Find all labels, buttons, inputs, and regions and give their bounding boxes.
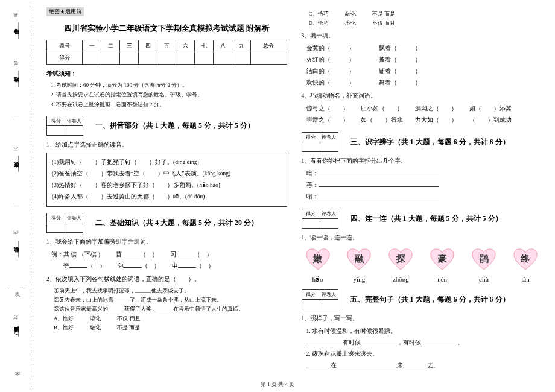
split-row: 蓓：	[306, 180, 542, 191]
heart-icon: 融	[346, 248, 372, 271]
secret-tag: 绝密★启用前	[46, 7, 84, 16]
side-field-name: 姓名______ 答	[13, 69, 21, 87]
q-base3-lead: 3、填一填。	[302, 30, 542, 41]
q-base2-lead: 2、依次填入下列各句横线处的词语，正确的是（ ）。	[46, 274, 287, 285]
q-base1-lead: 1、我会给下面的字加偏旁组字并组词。	[46, 236, 287, 247]
heart-row: 嫩 融 探 豪 鹃 终	[305, 248, 539, 271]
part5-header: 得分评卷人 五、完整句子（共 1 大题，每题 6 分，共计 6 分）	[302, 289, 542, 309]
fill-row: 金黄的（ ） 飘着（ ）	[306, 43, 542, 54]
score-mini: 得分评卷人	[302, 289, 338, 309]
option-a: A、恰好 溶化 不仅 而且	[54, 314, 287, 323]
heart-icon: 探	[388, 248, 413, 271]
heart-icon: 嫩	[305, 248, 331, 271]
side-field-school: 学校______ 内	[13, 239, 21, 257]
part2-header: 得分评卷人 二、基础知识（共 4 大题，每题 5 分，共计 20 分）	[46, 213, 287, 233]
part1-title: 一、拼音部分（共 1 大题，每题 5 分，共计 5 分）	[95, 121, 255, 131]
left-column: 绝密★启用前 四川省实验小学二年级语文下学期全真模拟考试试题 附解析 题号一二三…	[39, 7, 294, 385]
page-footer: 第 1 页 共 4 页	[0, 381, 555, 388]
fill-row: 旁（ ） 包（ ） 申（ ）	[51, 261, 287, 272]
pinyin-box: (1)我用钉（ ）子把凳子钉（ ）好了。(dīng dìng) (2)爸爸抽空（…	[46, 153, 287, 207]
score-table: 题号一二三四五六七八九总分 得分	[46, 40, 287, 65]
sentence: ①前天上午，我去找李明打篮球，______他去亲戚去了。	[54, 286, 287, 296]
fill-row: 洁白的（ ） 铺着（ ）	[306, 66, 542, 77]
part4-title: 四、连一连（共 1 大题，每题 5 分，共计 5 分）	[350, 213, 503, 224]
sentence-blank: 有时候，有时候。	[306, 337, 542, 349]
pinyin-row: (4)许多人都（ ）去过黄山的天都（ ）峰。(dū dōu)	[52, 191, 282, 203]
part1-header: 得分评卷人 一、拼音部分（共 1 大题，每题 5 分，共计 5 分）	[46, 116, 287, 136]
dash-line: ┊	[14, 118, 19, 124]
q5-lead: 1、照样子，写一写。	[302, 313, 542, 324]
fill-row: 欢快的（ ） 舞着（ ）	[306, 77, 542, 89]
part3-header: 得分评卷人 三、识字辨字（共 1 大题，每题 6 分，共计 6 分）	[302, 132, 542, 152]
dash-line: ┊线┊	[8, 288, 25, 294]
notice-list: 考试时间：60 分钟，满分为 100 分（含卷面分 2 分）。 请首先按要求在试…	[56, 80, 287, 110]
exam-title: 四川省实验小学二年级语文下学期全真模拟考试试题 附解析	[46, 24, 287, 34]
split-row: 暗：	[306, 168, 542, 180]
score-mini: 得分评卷人	[46, 116, 83, 136]
notice-item: 请首先按要求在试卷的指定位置填写您的姓名、班级、学号。	[56, 90, 287, 100]
side-field-id: 学号______ 题	[13, 21, 21, 39]
sentence: ③这位音乐家最高兴的______获得了大奖，______在音乐中领悟了人生的真谛…	[54, 305, 287, 314]
pinyin-row: hǎoyīngzhōngnènchùtàn	[305, 276, 539, 283]
score-mini: 得分评卷人	[302, 132, 338, 152]
heart-icon: 豪	[430, 248, 455, 271]
pinyin-row: (3)热情好（ ）客的老乡摘下了好（ ）多葡萄。(hǎo hào)	[52, 180, 282, 191]
score-mini: 得分评卷人	[302, 209, 338, 229]
notice-item: 不要在试卷上乱涂乱画，卷面不整洁扣 2 分。	[56, 100, 287, 109]
pinyin-row: (1)我用钉（ ）子把凳子钉（ ）好了。(dīng dìng)	[52, 157, 282, 168]
sentence: ②又去春来，山上的冰雪______了，汇成一条条小溪，从山上流下来。	[54, 296, 287, 305]
side-field-class: 班级______ 不	[13, 154, 21, 172]
part4-header: 得分评卷人 四、连一连（共 1 大题，每题 5 分，共计 5 分）	[302, 209, 542, 229]
option-c: C、恰巧 融化 不是 而是	[309, 10, 542, 19]
binding-sidebar: 学号______ 题 姓名______ 答 ┊ 班级______ 不 ┊ 学校_…	[0, 0, 33, 392]
right-column: C、恰巧 融化 不是 而是 D、恰巧 溶化 不仅 而且 3、填一填。 金黄的（ …	[294, 7, 550, 385]
q1-lead: 1、给加点字选择正确的读音。	[46, 139, 287, 150]
sentence-model: 1. 水有时候温和，有时候很暴躁。	[306, 326, 542, 337]
q-base4-lead: 4、巧填动物名，补充词语。	[302, 90, 542, 101]
heart-icon: 终	[513, 248, 538, 271]
example-row: 例：其 棋 （下棋 ） 苜（ ） 冈（ ）	[51, 249, 287, 261]
q4-lead: 1、读一读，连一连。	[302, 232, 542, 243]
heart-icon: 鹃	[471, 248, 496, 271]
part2-title: 二、基础知识（共 4 大题，每题 5 分，共计 20 分）	[95, 218, 258, 228]
dash-line: ┊	[14, 203, 19, 209]
option-d: D、恰巧 溶化 不仅 而且	[309, 19, 542, 28]
fill-row: 火红的（ ） 披着（ ）	[306, 54, 542, 66]
part3-title: 三、识字辨字（共 1 大题，每题 6 分，共计 6 分）	[350, 137, 510, 147]
seal-mark: 密	[13, 367, 20, 371]
idiom-row: 害群之（ ） 如（ ）得水 力大如（ ） （ ）到成功	[306, 115, 542, 126]
notice-item: 考试时间：60 分钟，满分为 100 分（含卷面分 2 分）。	[56, 80, 287, 90]
split-row: 嗡：	[306, 191, 542, 203]
q3-lead: 1、看看你能把下面的字拆分出几个字。	[302, 156, 542, 166]
score-mini: 得分评卷人	[46, 213, 83, 233]
pinyin-row: (2)爸爸抽空（ ）带我去看“空（ ）中飞人”表演。(kōng kòng)	[52, 168, 282, 180]
sentence-model: 2. 露珠在花瓣上滚来滚去。	[306, 349, 542, 360]
idiom-row: 惊弓之（ ） 胆小如（ ） 漏网之（ ） 如（ ）添翼	[306, 103, 542, 115]
notice-title: 考试须知：	[46, 69, 287, 78]
option-b: B、恰好 融化 不是 而是	[54, 323, 287, 332]
sentence-blank: 在来去。	[306, 360, 542, 371]
side-field-town: 乡镇（街道）____ 封	[13, 324, 21, 337]
part5-title: 五、完整句子（共 1 大题，每题 6 分，共计 6 分）	[350, 294, 510, 305]
